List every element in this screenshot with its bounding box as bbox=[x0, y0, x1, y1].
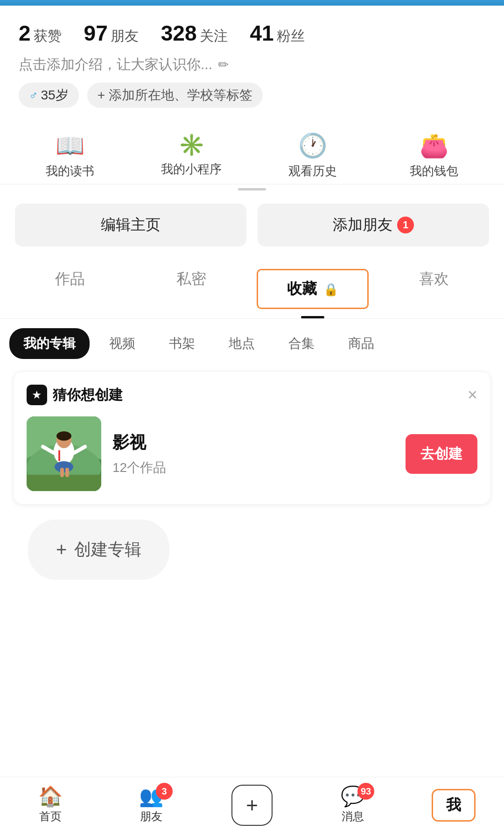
quick-menu-reading[interactable]: 📖 我的读书 bbox=[9, 134, 131, 179]
nav-add[interactable]: + bbox=[202, 785, 302, 826]
bio-row[interactable]: 点击添加介绍，让大家认识你... ✏ bbox=[0, 55, 504, 83]
sub-tab-my-album[interactable]: 我的专辑 bbox=[9, 328, 90, 359]
nav-messages[interactable]: 93 💬 消息 bbox=[302, 787, 403, 824]
stat-friends[interactable]: 97 朋友 bbox=[84, 21, 139, 46]
stat-likes[interactable]: 2 获赞 bbox=[19, 21, 62, 46]
wallet-label: 我的钱包 bbox=[410, 163, 458, 179]
suggestion-info: 影视 12个作品 bbox=[112, 431, 394, 477]
quick-menu-history[interactable]: 🕐 观看历史 bbox=[252, 134, 373, 179]
svg-rect-10 bbox=[58, 450, 60, 461]
sub-tab-collection-label: 合集 bbox=[288, 336, 315, 351]
action-buttons: 编辑主页 添加朋友 1 bbox=[0, 190, 504, 258]
stat-following[interactable]: 328 关注 bbox=[161, 21, 228, 46]
messages-label: 消息 bbox=[342, 809, 364, 824]
stat-fans-number: 41 bbox=[250, 21, 274, 46]
suggestion-count: 12个作品 bbox=[112, 459, 394, 477]
sub-tab-my-album-label: 我的专辑 bbox=[23, 336, 76, 351]
lock-icon: 🔒 bbox=[323, 282, 338, 296]
tags-row: ♂ 35岁 + 添加所在地、学校等标签 bbox=[0, 83, 504, 125]
suggestion-name: 影视 bbox=[112, 431, 394, 454]
stat-fans[interactable]: 41 粉丝 bbox=[250, 21, 305, 46]
me-active-box: 我 bbox=[432, 789, 476, 822]
miniprogram-label: 我的小程序 bbox=[161, 161, 222, 177]
tab-works-label: 作品 bbox=[55, 270, 85, 287]
tab-likes[interactable]: 喜欢 bbox=[373, 258, 495, 318]
tab-favorites[interactable]: 收藏 🔒 bbox=[252, 258, 373, 318]
friends-badge: 3 bbox=[156, 783, 173, 800]
go-create-button[interactable]: 去创建 bbox=[406, 434, 477, 474]
sub-tab-video[interactable]: 视频 bbox=[95, 328, 149, 359]
gender-age-tag[interactable]: ♂ 35岁 bbox=[19, 83, 79, 108]
suggestion-title-row: ★ 猜你想创建 bbox=[27, 385, 123, 405]
history-label: 观看历史 bbox=[288, 163, 337, 179]
stats-row: 2 获赞 97 朋友 328 关注 41 粉丝 bbox=[0, 6, 504, 55]
quick-menu-miniprogram[interactable]: ✳️ 我的小程序 bbox=[131, 134, 252, 179]
sub-tab-location[interactable]: 地点 bbox=[215, 328, 269, 359]
edit-profile-button[interactable]: 编辑主页 bbox=[15, 204, 246, 246]
content-tabs: 作品 私密 收藏 🔒 喜欢 bbox=[0, 258, 504, 319]
tab-favorites-label: 收藏 bbox=[287, 280, 317, 297]
sub-tab-bookshelf-label: 书架 bbox=[169, 336, 195, 351]
tab-private-label: 私密 bbox=[176, 270, 206, 287]
quick-menu: 📖 我的读书 ✳️ 我的小程序 🕐 观看历史 👛 我的钱包 bbox=[0, 125, 504, 184]
create-album-button[interactable]: + 创建专辑 bbox=[28, 520, 169, 580]
svg-rect-12 bbox=[60, 468, 64, 477]
tab-favorites-border: 收藏 🔒 bbox=[257, 269, 369, 309]
quick-menu-wallet[interactable]: 👛 我的钱包 bbox=[373, 134, 495, 179]
nav-home[interactable]: 🏠 首页 bbox=[0, 787, 101, 824]
add-friend-button[interactable]: 添加朋友 1 bbox=[258, 204, 489, 246]
sub-tab-bookshelf[interactable]: 书架 bbox=[155, 328, 209, 359]
reading-label: 我的读书 bbox=[46, 163, 94, 179]
friends-label: 朋友 bbox=[140, 809, 162, 824]
home-icon: 🏠 bbox=[38, 787, 63, 806]
star-icon: ★ bbox=[32, 388, 42, 401]
suggestion-card: ★ 猜你想创建 × bbox=[13, 371, 491, 505]
wallet-icon: 👛 bbox=[420, 134, 448, 157]
home-label: 首页 bbox=[39, 809, 62, 824]
suggestion-close-button[interactable]: × bbox=[468, 385, 477, 405]
add-tags-button[interactable]: + 添加所在地、学校等标签 bbox=[87, 83, 263, 108]
nav-friends[interactable]: 3 👥 朋友 bbox=[101, 787, 202, 824]
add-tags-label: + 添加所在地、学校等标签 bbox=[98, 86, 252, 104]
sub-tab-location-label: 地点 bbox=[229, 336, 255, 351]
suggestion-header: ★ 猜你想创建 × bbox=[27, 385, 477, 405]
indicator-bar bbox=[238, 188, 266, 190]
edit-bio-icon[interactable]: ✏ bbox=[218, 57, 229, 72]
stat-friends-number: 97 bbox=[84, 21, 108, 46]
sub-tabs: 我的专辑 视频 书架 地点 合集 商品 bbox=[0, 319, 504, 364]
messages-badge: 93 bbox=[357, 783, 374, 800]
sub-tab-goods-label: 商品 bbox=[348, 336, 374, 351]
tab-likes-label: 喜欢 bbox=[419, 270, 449, 287]
miniprogram-icon: ✳️ bbox=[178, 134, 205, 155]
suggestion-title: 猜你想创建 bbox=[53, 386, 123, 405]
plus-icon: + bbox=[56, 539, 67, 560]
menu-indicator bbox=[0, 184, 504, 190]
suggestion-content: 影视 12个作品 去创建 bbox=[27, 416, 477, 491]
reading-icon: 📖 bbox=[56, 134, 84, 157]
bottom-nav: 🏠 首页 3 👥 朋友 + 93 💬 消息 我 bbox=[0, 777, 504, 837]
suggestion-thumbnail bbox=[27, 416, 101, 491]
edit-profile-label: 编辑主页 bbox=[101, 215, 161, 235]
stat-fans-label: 粉丝 bbox=[277, 27, 305, 46]
add-friend-badge: 1 bbox=[397, 217, 414, 233]
age-label: 35岁 bbox=[41, 86, 69, 104]
sub-tab-collection[interactable]: 合集 bbox=[274, 328, 329, 359]
star-badge: ★ bbox=[27, 385, 47, 405]
tab-private[interactable]: 私密 bbox=[131, 258, 252, 318]
me-label: 我 bbox=[446, 796, 461, 813]
create-album-label: 创建专辑 bbox=[74, 538, 141, 561]
stat-following-label: 关注 bbox=[200, 27, 228, 46]
stat-likes-number: 2 bbox=[19, 21, 31, 46]
sub-tab-goods[interactable]: 商品 bbox=[334, 328, 388, 359]
gender-icon: ♂ bbox=[29, 88, 38, 103]
stat-friends-label: 朋友 bbox=[111, 27, 139, 46]
tab-works[interactable]: 作品 bbox=[9, 258, 131, 318]
add-icon: + bbox=[246, 794, 258, 817]
top-bar bbox=[0, 0, 504, 6]
sub-tab-video-label: 视频 bbox=[109, 336, 135, 351]
add-button[interactable]: + bbox=[231, 785, 273, 826]
nav-me[interactable]: 我 bbox=[403, 789, 504, 822]
svg-point-7 bbox=[56, 431, 71, 441]
bio-text: 点击添加介绍，让大家认识你... bbox=[19, 55, 212, 74]
stat-following-number: 328 bbox=[161, 21, 197, 46]
